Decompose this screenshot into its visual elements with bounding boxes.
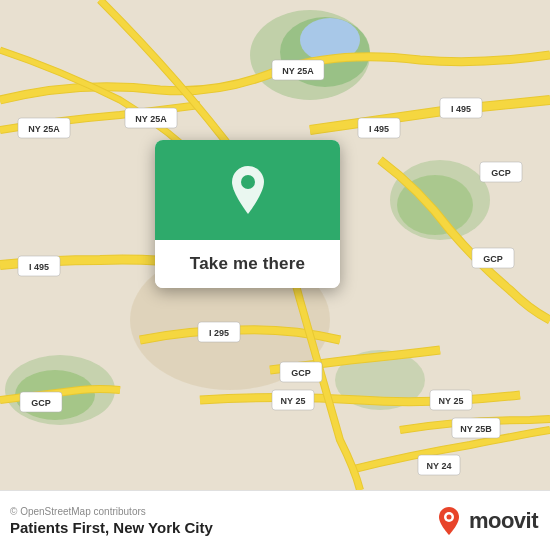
svg-text:GCP: GCP (483, 254, 503, 264)
svg-text:NY 25: NY 25 (281, 396, 306, 406)
take-me-there-button[interactable]: Take me there (155, 240, 340, 288)
svg-point-40 (241, 175, 255, 189)
location-pin-icon (226, 164, 270, 216)
svg-text:NY 25B: NY 25B (460, 424, 492, 434)
svg-text:NY 25: NY 25 (439, 396, 464, 406)
moovit-logo: moovit (433, 505, 538, 537)
bottom-bar: © OpenStreetMap contributors Patients Fi… (0, 490, 550, 550)
svg-text:GCP: GCP (291, 368, 311, 378)
moovit-icon (433, 505, 465, 537)
svg-text:GCP: GCP (31, 398, 51, 408)
place-name-text: Patients First, New York City (10, 519, 213, 536)
svg-text:I 495: I 495 (451, 104, 471, 114)
moovit-label: moovit (469, 508, 538, 534)
bottom-left-info: © OpenStreetMap contributors Patients Fi… (10, 506, 213, 536)
map-popup: Take me there (155, 140, 340, 288)
svg-text:NY 25A: NY 25A (28, 124, 60, 134)
svg-text:NY 25A: NY 25A (282, 66, 314, 76)
svg-text:I 495: I 495 (369, 124, 389, 134)
svg-point-42 (446, 514, 451, 519)
attribution-text: © OpenStreetMap contributors (10, 506, 213, 517)
svg-text:NY 24: NY 24 (427, 461, 452, 471)
map-container: NY 25A NY 25A NY 25A I 495 I 495 I 495 I… (0, 0, 550, 490)
svg-text:NY 25A: NY 25A (135, 114, 167, 124)
svg-text:GCP: GCP (491, 168, 511, 178)
svg-text:I 295: I 295 (209, 328, 229, 338)
svg-text:I 495: I 495 (29, 262, 49, 272)
popup-icon-area (155, 140, 340, 240)
